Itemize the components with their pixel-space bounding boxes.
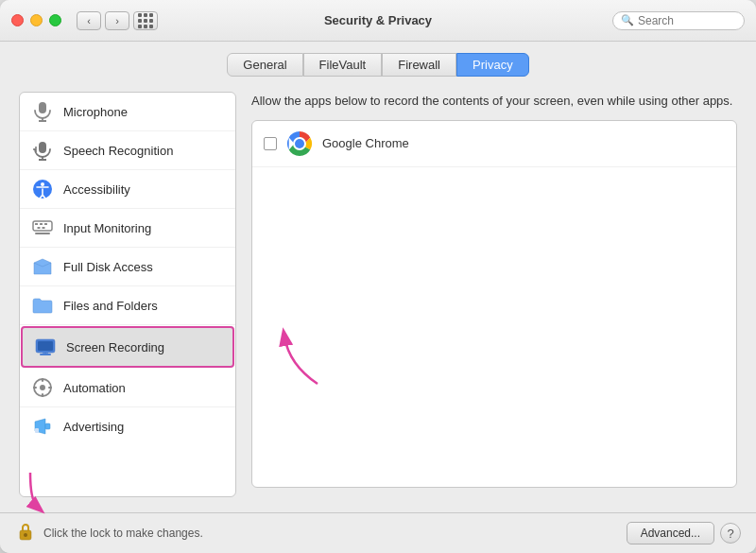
svg-rect-10 bbox=[33, 221, 52, 231]
svg-rect-18 bbox=[38, 341, 53, 351]
sidebar-item-accessibility[interactable]: Accessibility bbox=[20, 170, 235, 209]
accessibility-icon bbox=[31, 178, 54, 200]
full-disk-icon bbox=[31, 255, 54, 278]
input-monitoring-icon bbox=[31, 216, 54, 239]
chrome-checkbox[interactable] bbox=[264, 137, 277, 150]
chrome-icon bbox=[286, 130, 313, 157]
tab-firewall[interactable]: Firewall bbox=[382, 53, 456, 77]
app-item-chrome: Google Chrome bbox=[252, 121, 736, 167]
svg-rect-30 bbox=[35, 428, 39, 433]
sidebar-label-screen-recording: Screen Recording bbox=[66, 340, 164, 354]
main-content: Microphone Speech Recognition bbox=[0, 77, 756, 512]
advertising-icon bbox=[31, 415, 54, 438]
sidebar-item-files-folders[interactable]: Files and Folders bbox=[20, 286, 235, 325]
maximize-button[interactable] bbox=[49, 14, 61, 26]
svg-rect-16 bbox=[35, 233, 50, 234]
svg-rect-15 bbox=[43, 227, 45, 229]
grid-view-button[interactable] bbox=[133, 11, 158, 30]
sidebar-item-screen-recording[interactable]: Screen Recording bbox=[21, 326, 234, 368]
sidebar-label-accessibility: Accessibility bbox=[63, 182, 130, 197]
svg-point-23 bbox=[40, 385, 45, 390]
files-folders-icon bbox=[31, 294, 54, 317]
svg-rect-3 bbox=[39, 142, 46, 153]
svg-rect-21 bbox=[40, 354, 51, 355]
screen-recording-icon bbox=[34, 336, 57, 358]
tab-filevault[interactable]: FileVault bbox=[303, 53, 383, 77]
svg-rect-12 bbox=[40, 223, 43, 225]
sidebar-label-full-disk: Full Disk Access bbox=[63, 260, 153, 274]
sidebar-item-advertising[interactable]: Advertising bbox=[20, 407, 235, 445]
nav-buttons: ‹ › bbox=[77, 11, 129, 30]
tabs-bar: General FileVault Firewall Privacy bbox=[0, 42, 756, 77]
svg-rect-13 bbox=[44, 223, 47, 225]
chrome-label: Google Chrome bbox=[322, 136, 409, 150]
speech-icon bbox=[31, 139, 54, 162]
sidebar-label-microphone: Microphone bbox=[63, 105, 128, 119]
back-button[interactable]: ‹ bbox=[77, 11, 101, 30]
lock-icon-wrap[interactable] bbox=[15, 521, 36, 545]
search-icon: 🔍 bbox=[621, 14, 634, 26]
svg-point-33 bbox=[295, 139, 304, 148]
tab-privacy[interactable]: Privacy bbox=[456, 53, 529, 77]
sidebar-label-files-folders: Files and Folders bbox=[63, 299, 158, 313]
svg-point-37 bbox=[24, 533, 27, 537]
sidebar-label-speech: Speech Recognition bbox=[63, 144, 173, 158]
sidebar-item-microphone[interactable]: Microphone bbox=[20, 93, 235, 131]
grid-icon bbox=[138, 13, 153, 28]
lock-icon bbox=[15, 521, 36, 542]
microphone-icon bbox=[31, 100, 54, 123]
sidebar-label-input-monitoring: Input Monitoring bbox=[63, 221, 151, 235]
svg-rect-29 bbox=[45, 423, 50, 429]
search-input[interactable] bbox=[638, 14, 736, 27]
sidebar-label-automation: Automation bbox=[63, 381, 126, 395]
svg-rect-27 bbox=[48, 387, 52, 389]
sidebar-item-full-disk[interactable]: Full Disk Access bbox=[20, 248, 235, 286]
window-title: Security & Privacy bbox=[324, 13, 432, 27]
sidebar-item-automation[interactable]: Automation bbox=[20, 369, 235, 407]
svg-rect-26 bbox=[33, 387, 37, 389]
apps-list: Google Chrome bbox=[251, 120, 737, 489]
sidebar-label-advertising: Advertising bbox=[63, 420, 124, 434]
click-lock-text: Click the lock to make changes. bbox=[43, 527, 203, 540]
minimize-button[interactable] bbox=[30, 14, 43, 26]
forward-button[interactable]: › bbox=[105, 11, 129, 30]
description-text: Allow the apps below to record the conte… bbox=[251, 92, 737, 111]
tab-general[interactable]: General bbox=[227, 53, 302, 77]
automation-icon bbox=[31, 376, 54, 399]
titlebar: ‹ › Security & Privacy 🔍 bbox=[0, 0, 756, 42]
svg-rect-11 bbox=[35, 223, 38, 225]
sidebar-item-input-monitoring[interactable]: Input Monitoring bbox=[20, 209, 235, 248]
window: ‹ › Security & Privacy 🔍 General FileVau… bbox=[0, 0, 756, 553]
search-box[interactable]: 🔍 bbox=[612, 11, 745, 30]
svg-rect-24 bbox=[42, 378, 43, 382]
svg-rect-0 bbox=[39, 102, 46, 113]
bottombar: Click the lock to make changes. Advanced… bbox=[0, 512, 756, 553]
svg-rect-25 bbox=[42, 393, 43, 397]
sidebar: Microphone Speech Recognition bbox=[19, 92, 236, 497]
right-panel: Allow the apps below to record the conte… bbox=[251, 92, 737, 497]
svg-rect-14 bbox=[38, 227, 41, 229]
lock-area: Click the lock to make changes. bbox=[15, 521, 203, 545]
svg-point-9 bbox=[41, 182, 44, 186]
close-button[interactable] bbox=[11, 14, 24, 26]
sidebar-item-speech[interactable]: Speech Recognition bbox=[20, 131, 235, 170]
traffic-lights bbox=[11, 14, 61, 26]
advanced-button[interactable]: Advanced... bbox=[627, 522, 714, 544]
help-button[interactable]: ? bbox=[720, 523, 741, 544]
